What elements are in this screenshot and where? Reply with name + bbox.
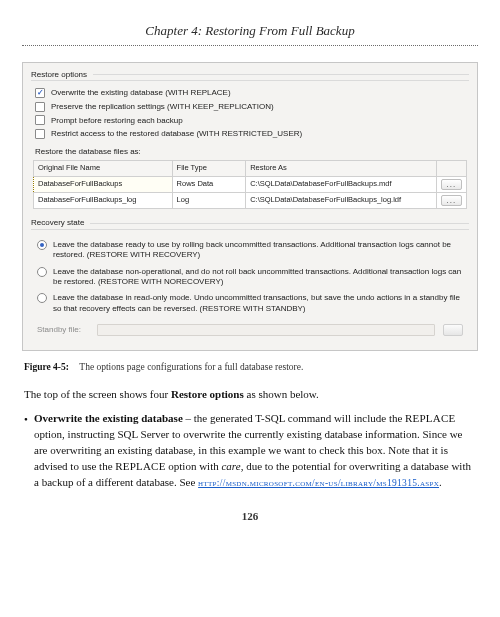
bullet-lead: Overwrite the existing database (34, 412, 183, 424)
recovery-state-title: Recovery state (31, 217, 84, 229)
cell-file-name: DatabaseForFullBackups_log (34, 193, 173, 209)
radio-standby[interactable]: Leave the database in read-only mode. Un… (37, 293, 467, 314)
group-rule (93, 74, 469, 75)
cell-file-type: Log (172, 193, 246, 209)
standby-file-row: Standby file: (37, 324, 463, 336)
checkbox-icon (35, 88, 45, 98)
figure-caption: Figure 4-5: The options page configurati… (24, 361, 478, 375)
checkbox-icon (35, 115, 45, 125)
radio-icon (37, 240, 47, 250)
bullet-marker: • (24, 412, 34, 491)
cell-restore-as: C:\SQLData\DatabaseForFullBackups.mdf (246, 177, 437, 193)
radio-label: Leave the database ready to use by rolli… (53, 240, 467, 261)
checkbox-overwrite[interactable]: Overwrite the existing database (WITH RE… (35, 87, 467, 99)
keyword-replace: REPLACE (115, 460, 165, 472)
radio-recovery[interactable]: Leave the database ready to use by rolli… (37, 240, 467, 261)
standby-browse-button[interactable] (443, 324, 463, 336)
chapter-heading: Chapter 4: Restoring From Full Backup (22, 22, 478, 46)
browse-button[interactable]: ... (441, 195, 462, 206)
bullet-text: Overwrite the existing database – the ge… (34, 411, 476, 491)
col-original-file-name: Original File Name (34, 161, 173, 177)
checkbox-prompt[interactable]: Prompt before restoring each backup (35, 115, 467, 127)
text: as shown below. (244, 388, 319, 400)
checkbox-label: Restrict access to the restored database… (51, 128, 302, 140)
browse-button[interactable]: ... (441, 179, 462, 190)
radio-label: Leave the database non-operational, and … (53, 267, 467, 288)
text: The top of the screen shows four (24, 388, 171, 400)
standby-file-label: Standby file: (37, 324, 97, 336)
table-row[interactable]: DatabaseForFullBackups Rows Data C:\SQLD… (34, 177, 467, 193)
intro-paragraph: The top of the screen shows four Restore… (24, 387, 476, 403)
text: – the generated T-SQL command will inclu… (183, 412, 405, 424)
checkbox-label: Overwrite the existing database (WITH RE… (51, 87, 231, 99)
radio-icon (37, 293, 47, 303)
radio-label: Leave the database in read-only mode. Un… (53, 293, 467, 314)
cell-restore-as: C:\SQLData\DatabaseForFullBackups_log.ld… (246, 193, 437, 209)
checkbox-label: Prompt before restoring each backup (51, 115, 183, 127)
restore-options-title: Restore options (31, 69, 87, 81)
standby-file-input[interactable] (97, 324, 435, 336)
cell-browse: ... (436, 193, 466, 209)
col-browse (436, 161, 466, 177)
checkbox-icon (35, 129, 45, 139)
figure-text: The options page configurations for a fu… (79, 362, 303, 372)
text: . (439, 476, 442, 488)
radio-icon (37, 267, 47, 277)
msdn-link[interactable]: http://msdn.microsoft.com/en-us/library/… (198, 478, 439, 488)
checkbox-icon (35, 102, 45, 112)
figure-label: Figure 4-5: (24, 362, 69, 372)
text: option with (166, 460, 222, 472)
checkbox-keep-replication[interactable]: Preserve the replication settings (WITH … (35, 101, 467, 113)
keyword-replace: REPLACE (405, 412, 455, 424)
checkbox-restricted-user[interactable]: Restrict access to the restored database… (35, 128, 467, 140)
table-header-row: Original File Name File Type Restore As (34, 161, 467, 177)
restore-files-table: Original File Name File Type Restore As … (33, 160, 467, 209)
group-rule (90, 223, 469, 224)
cell-file-type: Rows Data (172, 177, 246, 193)
options-screenshot-panel: Restore options Overwrite the existing d… (22, 62, 478, 351)
radio-norecovery[interactable]: Leave the database non-operational, and … (37, 267, 467, 288)
table-row[interactable]: DatabaseForFullBackups_log Log C:\SQLDat… (34, 193, 467, 209)
recovery-state-group: Recovery state Leave the database ready … (31, 217, 469, 348)
col-restore-as: Restore As (246, 161, 437, 177)
cell-browse: ... (436, 177, 466, 193)
restore-options-group: Restore options Overwrite the existing d… (31, 69, 469, 211)
bullet-item: • Overwrite the existing database – the … (24, 411, 476, 491)
cell-file-name: DatabaseForFullBackups (34, 177, 173, 193)
italic-care: care (221, 460, 240, 472)
checkbox-label: Preserve the replication settings (WITH … (51, 101, 274, 113)
files-as-label: Restore the database files as: (35, 146, 467, 158)
page-number: 126 (22, 509, 478, 525)
body-text: The top of the screen shows four Restore… (24, 387, 476, 491)
intro-bold: Restore options (171, 388, 244, 400)
col-file-type: File Type (172, 161, 246, 177)
